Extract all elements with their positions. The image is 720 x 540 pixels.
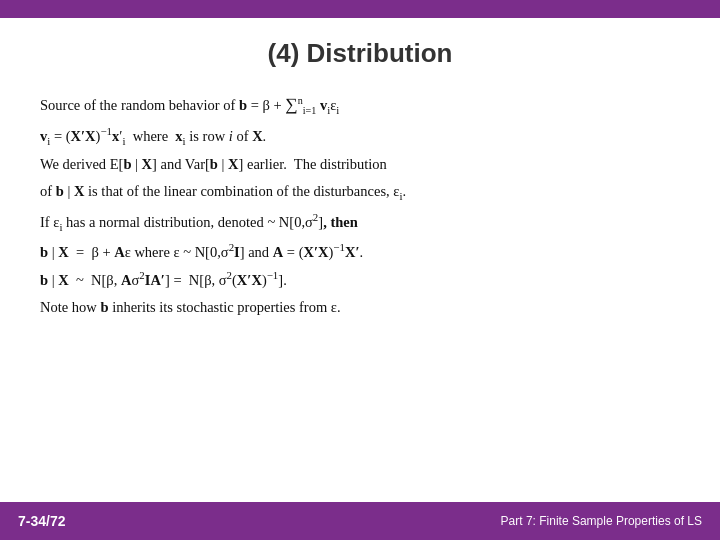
body-text: Source of the random behavior of b = β +… (40, 91, 680, 318)
slide-number: 7-34/72 (18, 513, 65, 529)
line-4: of b | X is that of the linear combinati… (40, 180, 680, 205)
line-3: We derived E[b | X] and Var[b | X] earli… (40, 153, 680, 175)
top-bar (0, 0, 720, 18)
line-1: Source of the random behavior of b = β +… (40, 91, 680, 119)
bottom-bar: 7-34/72 Part 7: Finite Sample Properties… (0, 502, 720, 540)
line-2: vi = (X′X)−1x′i where xi is row i of X. (40, 123, 680, 150)
line-7: b | X ~ N[β, Aσ2IA′] = N[β, σ2(X′X)−1]. (40, 267, 680, 291)
slide-title: (4) Distribution (40, 38, 680, 69)
course-label: Part 7: Finite Sample Properties of LS (501, 514, 702, 528)
line-8: Note how b inherits its stochastic prope… (40, 296, 680, 318)
slide-content: (4) Distribution Source of the random be… (0, 18, 720, 502)
line-5: If εi has a normal distribution, denoted… (40, 209, 680, 236)
line-6: b | X = β + Aε where ε ~ N[0,σ2I] and A … (40, 239, 680, 263)
